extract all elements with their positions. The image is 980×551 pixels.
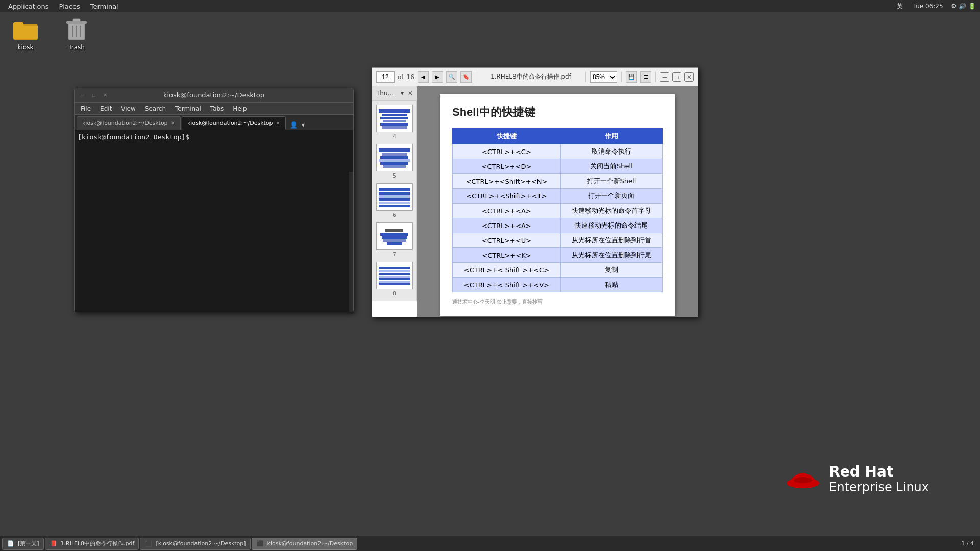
pdf-table-cell-6-1: 从光标所在位置删除到行首: [560, 233, 662, 248]
taskbar-item-0[interactable]: 📄 [第一天]: [2, 538, 44, 550]
pdf-page-content: Shell中的快捷键 快捷键 作用 <CTRL>+<C>取消命令执行<CTRL>…: [440, 94, 675, 316]
pdf-table-row: <CTRL>+<A>快速移动光标的命令结尾: [453, 218, 663, 233]
terminal-terminal-menu[interactable]: Terminal: [171, 104, 205, 113]
taskbar-item-2-label: [kiosk@foundation2:~/Desktop]: [156, 540, 246, 547]
terminal-menu[interactable]: Terminal: [86, 2, 122, 11]
terminal-file-menu[interactable]: File: [77, 104, 95, 113]
terminal-tab-1[interactable]: kiosk@foundation2:~/Desktop ✕: [77, 116, 181, 130]
terminal-content[interactable]: [kiosk@foundation2 Desktop]$: [75, 130, 353, 312]
pdf-prev-btn[interactable]: ◀: [418, 71, 429, 83]
terminal-prompt: [kiosk@foundation2 Desktop]$: [78, 133, 350, 141]
terminal-tabs: kiosk@foundation2:~/Desktop ✕ kiosk@foun…: [75, 115, 353, 130]
pdf-thumb-4[interactable]: 4: [376, 105, 413, 140]
pdf-thumb-8-num: 8: [376, 290, 413, 297]
pdf-thumb-7-num: 7: [376, 251, 413, 258]
pdf-thumb-4-img: [376, 105, 413, 132]
pdf-thumb-7[interactable]: 7: [376, 222, 413, 258]
pdf-toolbar-sep2: [585, 72, 586, 82]
redhat-name: Red Hat: [829, 463, 929, 481]
terminal-tabs-menu[interactable]: Tabs: [206, 104, 228, 113]
pdf-thumbs-dropdown[interactable]: ▾: [401, 90, 404, 97]
taskbar-right: 1 / 4: [961, 540, 978, 547]
pdf-table-body: <CTRL>+<C>取消命令执行<CTRL>+<D>关闭当前Shell<CTRL…: [453, 144, 663, 292]
pdf-thumb-8-img: [376, 262, 413, 289]
terminal-tab-2-close[interactable]: ✕: [276, 120, 280, 126]
terminal-tab-profile-btn[interactable]: 👤: [289, 120, 299, 130]
pdf-toolbar: 12 of 16 ◀ ▶ 🔍 🔖 1.RHEL8中的命令行操作.pdf 85% …: [372, 68, 698, 86]
pdf-footer: 通技术中心-李天明 禁止意要，直接抄写: [452, 298, 663, 306]
terminal-menubar: File Edit View Search Terminal Tabs Help: [75, 103, 353, 115]
redhat-text: Red Hat Enterprise Linux: [829, 463, 929, 495]
terminal-help-menu[interactable]: Help: [229, 104, 251, 113]
pdf-thumb-8[interactable]: 8: [376, 262, 413, 297]
taskbar-item-2[interactable]: ⬛ [kiosk@foundation2:~/Desktop]: [140, 538, 250, 550]
terminal-minimize-btn[interactable]: ─: [79, 91, 87, 99]
pdf-search-btn[interactable]: 🔍: [446, 71, 457, 83]
pdf-table-cell-9-1: 粘贴: [560, 278, 662, 292]
pdf-table-header-action: 作用: [560, 129, 662, 144]
pdf-table-header-key: 快捷键: [453, 129, 561, 144]
pdf-menu-btn[interactable]: ☰: [640, 71, 651, 83]
pdf-title: 1.RHEL8中的命令行操作.pdf: [480, 72, 581, 81]
taskbar-item-1[interactable]: 📕 1.RHEL8中的命令行操作.pdf: [45, 538, 139, 550]
places-menu[interactable]: Places: [55, 2, 84, 11]
pdf-thumbs-close[interactable]: ✕: [408, 90, 413, 97]
pdf-thumb-6-img: [376, 183, 413, 211]
pdf-table-cell-8-0: <CTRL>+< Shift >+<C>: [453, 263, 561, 278]
pdf-next-btn[interactable]: ▶: [432, 71, 443, 83]
pdf-viewer: 12 of 16 ◀ ▶ 🔍 🔖 1.RHEL8中的命令行操作.pdf 85% …: [372, 67, 698, 317]
terminal-maximize-btn[interactable]: □: [90, 91, 98, 99]
pdf-thumb-6[interactable]: 6: [376, 183, 413, 218]
pdf-page-sep: of: [398, 73, 404, 81]
pdf-thumbnails: 4: [372, 101, 417, 301]
terminal-search-menu[interactable]: Search: [141, 104, 170, 113]
taskbar-terminal-icon-3: ⬛: [256, 540, 264, 548]
pdf-zoom-select[interactable]: 85% 100% 75%: [590, 71, 617, 83]
trash-label: Trash: [68, 44, 85, 51]
kiosk-icon[interactable]: kiosk: [5, 17, 46, 51]
pdf-minimize-btn[interactable]: ─: [660, 72, 669, 82]
pdf-table-row: <CTRL>+< Shift >+<V>粘贴: [453, 278, 663, 292]
pdf-main[interactable]: Shell中的快捷键 快捷键 作用 <CTRL>+<C>取消命令执行<CTRL>…: [417, 86, 698, 317]
pdf-table-cell-0-0: <CTRL>+<C>: [453, 144, 561, 159]
terminal-tab-dropdown-btn[interactable]: ▾: [301, 120, 306, 130]
terminal-tab-1-close[interactable]: ✕: [171, 120, 175, 126]
terminal-title: kiosk@foundation2:~/Desktop: [109, 91, 318, 99]
svg-rect-5: [73, 19, 80, 22]
pdf-table-cell-5-1: 快速移动光标的命令结尾: [560, 218, 662, 233]
terminal-tab-actions: 👤 ▾: [289, 120, 306, 130]
taskbar-pdf-icon: 📕: [50, 540, 58, 548]
terminal-edit-menu[interactable]: Edit: [96, 104, 116, 113]
svg-point-10: [794, 477, 812, 483]
pdf-thumbs-header: Thu... ▾ ✕: [372, 86, 417, 101]
pdf-table-row: <CTRL>+<D>关闭当前Shell: [453, 159, 663, 174]
pdf-toolbar-sep4: [655, 72, 656, 82]
pdf-table-cell-5-0: <CTRL>+<A>: [453, 218, 561, 233]
pdf-table-cell-4-1: 快速移动光标的命令首字母: [560, 204, 662, 218]
terminal-scrollbar[interactable]: [349, 172, 353, 312]
terminal-view-menu[interactable]: View: [117, 104, 139, 113]
pdf-table-row: <CTRL>+<Shift>+<T>打开一个新页面: [453, 189, 663, 204]
terminal-close-btn[interactable]: ✕: [101, 91, 109, 99]
pdf-table-cell-8-1: 复制: [560, 263, 662, 278]
topbar-right: 英 Tue 06:25 ⚙ 🔊 🔋: [897, 2, 976, 11]
taskbar-item-3-label: kiosk@foundation2:~/Desktop: [267, 540, 353, 547]
terminal-tab-2[interactable]: kiosk@foundation2:~/Desktop ✕: [182, 116, 286, 130]
terminal-body: [kiosk@foundation2 Desktop]$: [75, 130, 353, 312]
pdf-restore-btn[interactable]: □: [672, 72, 681, 82]
pdf-bookmark-btn[interactable]: 🔖: [460, 71, 472, 83]
trash-desktop-icon[interactable]: Trash: [56, 17, 97, 51]
redhat-product: Enterprise Linux: [829, 480, 929, 495]
pdf-table-cell-6-0: <CTRL>+<U>: [453, 233, 561, 248]
taskbar-item-3[interactable]: ⬛ kiosk@foundation2:~/Desktop: [252, 538, 358, 550]
terminal-tab-1-label: kiosk@foundation2:~/Desktop: [82, 120, 168, 127]
applications-menu[interactable]: Applications: [4, 2, 53, 11]
pdf-close-btn[interactable]: ✕: [684, 72, 694, 82]
pdf-save-btn[interactable]: 💾: [626, 71, 637, 83]
pdf-thumb-5[interactable]: 5: [376, 144, 413, 179]
pdf-thumb-4-num: 4: [376, 133, 413, 140]
terminal-window: ─ □ ✕ kiosk@foundation2:~/Desktop File E…: [74, 88, 354, 312]
pdf-table-cell-2-1: 打开一个新Shell: [560, 174, 662, 189]
pdf-page-input[interactable]: 12: [376, 71, 395, 83]
desktop: kiosk Trash Red Hat Enterpris: [0, 12, 980, 536]
